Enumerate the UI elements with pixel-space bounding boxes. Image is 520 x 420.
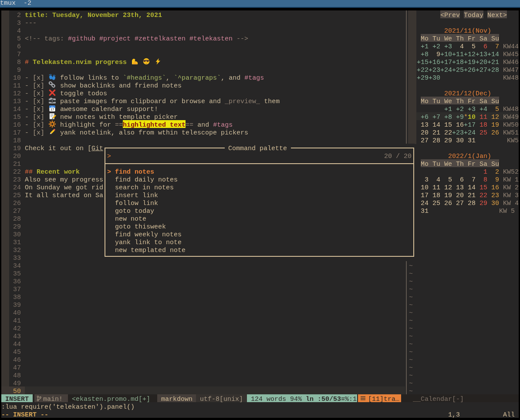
svg-text:17: 17	[51, 108, 54, 111]
